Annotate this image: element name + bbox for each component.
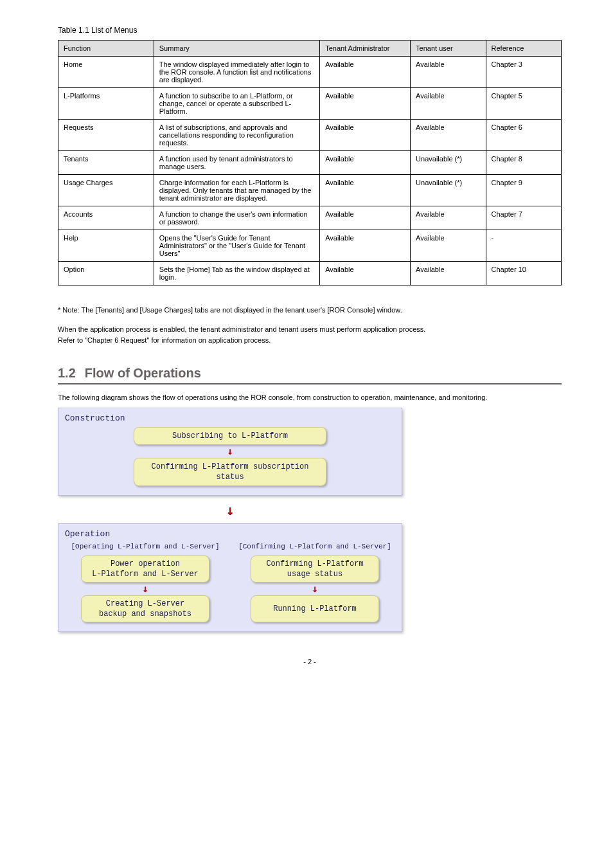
cell: Opens the "User's Guide for Tenant Admin… [154,230,319,262]
cell: Chapter 5 [486,88,561,120]
table-row: L-Platforms A function to subscribe to a… [58,88,562,120]
cell: Available [320,175,411,206]
table-row: Accounts A function to change the user's… [58,206,562,230]
table-body: Home The window displayed immediately af… [58,57,562,285]
cell: Tenants [58,151,154,175]
cell: Charge information for each L-Platform i… [154,175,319,206]
operation-label: Operation [65,529,395,539]
cell: Available [411,230,486,262]
box-backup-snapshots: Creating L-Server backup and snapshots [81,595,209,622]
confirming-column: [Confirming L-Platform and L-Server] Con… [238,543,391,622]
cell: Available [320,230,411,262]
confirming-title: [Confirming L-Platform and L-Server] [238,543,391,550]
cell: Available [320,57,411,88]
cell: Accounts [58,206,154,230]
th-function: Function [58,41,154,57]
arrow-big-icon: ↓ [58,502,402,518]
cell: The window displayed immediately after l… [154,57,319,88]
table-row: Usage Charges Charge information for eac… [58,175,562,206]
box-running: Running L-Platform [251,595,379,622]
arrow-icon: ↓ [312,584,318,594]
page-number: - 2 - [58,658,562,665]
box-confirm-usage: Confirming L-Platform usage status [251,556,379,583]
cell: Available [320,262,411,285]
cell: Available [320,88,411,120]
cell: - [486,230,561,262]
cell: Unavailable (*) [411,151,486,175]
cell: Available [320,151,411,175]
construction-label: Construction [65,413,395,423]
cell: L-Platforms [58,88,154,120]
cell: Chapter 7 [486,206,561,230]
table-row: Home The window displayed immediately af… [58,57,562,88]
cell: Unavailable (*) [411,175,486,206]
operating-column: [Operating L-Platform and L-Server] Powe… [69,543,222,622]
cell: Available [411,206,486,230]
cell: Available [411,88,486,120]
cell: A function to change the user's own info… [154,206,319,230]
cell: Usage Charges [58,175,154,206]
arrow-icon: ↓ [227,446,233,457]
function-table: Function Summary Tenant Administrator Te… [58,40,562,285]
cell: Available [320,206,411,230]
operating-title: [Operating L-Platform and L-Server] [71,543,219,550]
cell: Option [58,262,154,285]
arrow-icon: ↓ [142,584,148,594]
cell: Requests [58,120,154,151]
cell: Home [58,57,154,88]
table-row: Tenants A function used by tenant admini… [58,151,562,175]
section-heading: 1.2 Flow of Operations [58,366,562,384]
cell: Chapter 6 [486,120,561,151]
th-reference: Reference [486,41,561,57]
cell: Chapter 3 [486,57,561,88]
cell: A function to subscribe to an L-Platform… [154,88,319,120]
box-confirm-subscription: Confirming L-Platform subscription statu… [134,458,326,486]
section-intro: The following diagram shows the flow of … [58,393,562,401]
construction-phase: Construction Subscribing to L-Platform ↓… [58,408,402,496]
table-title: Table 1.1 List of Menus [58,26,562,35]
box-subscribe: Subscribing to L-Platform [134,427,326,445]
footnote: * Note: The [Tenants] and [Usage Charges… [58,305,562,316]
cell: A function used by tenant administrators… [154,151,319,175]
section-title: Flow of Operations [85,366,201,381]
box-power-operation: Power operation L-Platform and L-Server [81,556,209,583]
th-tenant-admin: Tenant Administrator [320,41,411,57]
cell: Sets the [Home] Tab as the window displa… [154,262,319,285]
operation-phase: Operation [Operating L-Platform and L-Se… [58,523,402,632]
flow-diagram: Construction Subscribing to L-Platform ↓… [58,408,562,633]
table-row: Option Sets the [Home] Tab as the window… [58,262,562,285]
section-number: 1.2 [58,366,76,381]
cell: Help [58,230,154,262]
table-row: Help Opens the "User's Guide for Tenant … [58,230,562,262]
table-row: Requests A list of subscriptions, and ap… [58,120,562,151]
cell: Chapter 8 [486,151,561,175]
cell: Available [320,120,411,151]
cell: Available [411,120,486,151]
refer-para: When the application process is enabled,… [58,324,562,347]
cell: Chapter 9 [486,175,561,206]
cell: Available [411,57,486,88]
cell: Available [411,262,486,285]
th-summary: Summary [154,41,319,57]
cell: Chapter 10 [486,262,561,285]
cell: A list of subscriptions, and approvals a… [154,120,319,151]
th-tenant-user: Tenant user [411,41,486,57]
